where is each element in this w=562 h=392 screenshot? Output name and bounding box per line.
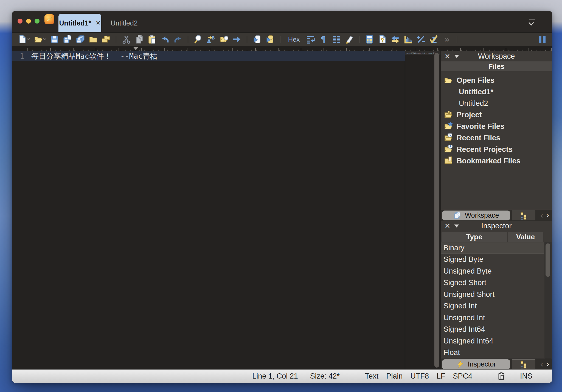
inspector-row-binary[interactable]: Binary (441, 242, 544, 254)
zoom-window-button[interactable] (35, 19, 40, 24)
replace-button[interactable] (206, 34, 217, 45)
calculator-button[interactable] (364, 34, 375, 45)
insert-mode[interactable]: INS (520, 372, 532, 380)
redo-button[interactable] (172, 34, 183, 45)
workspace-menu-caret-icon[interactable] (454, 55, 459, 58)
goto-button[interactable] (231, 34, 242, 45)
tree-item-untitled1[interactable]: Untitled1* (441, 86, 552, 98)
copy-button[interactable] (134, 34, 145, 45)
clipboard-status-icon[interactable] (498, 372, 506, 381)
encoding[interactable]: UTF8 (410, 372, 429, 380)
status-bar: Line 1, Col 21 Size: 42* Text Plain UTF8… (12, 370, 552, 383)
syntax-mode[interactable]: Plain (386, 372, 403, 380)
tree-item-open-files[interactable]: Open Files (441, 75, 552, 86)
workspace-panel: Workspace ✕ Files Open Files Untitled1* (441, 51, 552, 221)
inspector-row-unsigned-short[interactable]: Unsigned Short (441, 289, 544, 300)
file-size[interactable]: Size: 42* (310, 372, 340, 380)
document-map[interactable]: 每日分享精品Mac软件！ --Mac青桔 (405, 51, 440, 370)
inspector-scrollbar-thumb[interactable] (546, 243, 550, 277)
undo-button[interactable] (159, 34, 170, 45)
workspace-close-icon[interactable]: ✕ (445, 53, 450, 60)
sum-selection-button[interactable] (428, 34, 439, 45)
prev-tab-icon[interactable]: ‹ (540, 359, 543, 369)
layout-blocks-tab[interactable] (512, 359, 535, 369)
close-file-button[interactable] (88, 34, 99, 45)
tab-list-dropdown-icon[interactable] (529, 19, 536, 25)
layout-blocks-tab[interactable] (512, 211, 535, 220)
new-file-button[interactable] (16, 34, 31, 45)
editor-scrollbar-thumb[interactable] (434, 53, 439, 368)
play-macro-button[interactable] (252, 34, 263, 45)
word-wrap-button[interactable] (305, 34, 316, 45)
inspector-tab[interactable]: Inspector (442, 359, 510, 369)
workspace-tab[interactable]: Workspace (442, 211, 510, 220)
toolbar-overflow-button[interactable]: » (441, 34, 452, 45)
inspector-row-signed-int[interactable]: Signed Int (441, 300, 544, 312)
close-all-files-button[interactable] (100, 34, 111, 45)
paste-button[interactable] (147, 34, 158, 45)
file-type[interactable]: Text (365, 372, 379, 380)
inspector-close-icon[interactable]: ✕ (445, 223, 450, 229)
inspector-row-unsigned-byte[interactable]: Unsigned Byte (441, 265, 544, 277)
toolbar-separator (247, 36, 247, 43)
line-text: 每日分享精品Mac软件！ --Mac青桔 (27, 51, 158, 61)
highlight-button[interactable] (344, 34, 355, 45)
tab-untitled2[interactable]: Untitled2 (101, 14, 147, 32)
inspector-row-signed-byte[interactable]: Signed Byte (441, 254, 544, 266)
find-in-files-button[interactable] (218, 34, 229, 45)
next-tab-icon[interactable]: › (546, 211, 549, 220)
pause-button[interactable] (537, 34, 548, 45)
inspector-row-signed-int64[interactable]: Signed Int64 (441, 324, 544, 336)
new-file-dropdown-icon[interactable] (27, 37, 30, 40)
inspector-row-unsigned-int64[interactable]: Unsigned Int64 (441, 335, 544, 347)
compare-files-button[interactable] (390, 34, 401, 45)
column-header-value[interactable]: Value (508, 232, 543, 242)
inspector-row-unsigned-int[interactable]: Unsigned Int (441, 312, 544, 324)
minimize-window-button[interactable] (26, 19, 31, 24)
text-editor[interactable]: 1 每日分享精品Mac软件！ --Mac青桔 (12, 51, 405, 370)
tree-item-recent-files[interactable]: Recent Files (441, 132, 552, 144)
project-folder-icon (444, 110, 453, 119)
tree-item-recent-projects[interactable]: Recent Projects (441, 144, 552, 155)
blocks-icon (520, 212, 527, 220)
open-file-button[interactable] (33, 34, 47, 45)
show-paragraph-marks-button[interactable]: ¶ (318, 34, 329, 45)
save-all-button[interactable] (75, 34, 86, 45)
column-mode-button[interactable] (331, 34, 342, 45)
tab-close-icon[interactable]: ✕ (95, 19, 100, 27)
inspector-scrollbar[interactable] (544, 242, 552, 359)
prev-tab-icon[interactable]: ‹ (540, 211, 543, 220)
play-script-button[interactable] (265, 34, 276, 45)
tree-item-bookmarked-files[interactable]: Bookmarked Files (441, 155, 552, 167)
hex-mode-button[interactable]: Hex (285, 34, 303, 45)
file-info-button[interactable] (377, 34, 388, 45)
next-tab-icon[interactable]: › (546, 359, 549, 369)
tree-item-favorite-files[interactable]: Favorite Files (441, 121, 552, 132)
folder-open-icon (444, 76, 453, 85)
workspace-tabbar: Workspace ‹ › (441, 210, 552, 221)
cut-button[interactable] (121, 34, 132, 45)
close-window-button[interactable] (18, 19, 23, 24)
tab-spacing[interactable]: SPC4 (453, 372, 472, 380)
cursor-position[interactable]: Line 1, Col 21 (252, 372, 298, 380)
inspector-header: Inspector ✕ (441, 221, 552, 231)
number-converter-button[interactable] (415, 34, 426, 45)
inspector-rows: Binary Signed Byte Unsigned Byte Signed … (441, 242, 552, 359)
save-as-button[interactable] (62, 34, 73, 45)
editor-current-line[interactable]: 1 每日分享精品Mac软件！ --Mac青桔 (12, 51, 405, 61)
tree-item-project[interactable]: Project (441, 109, 552, 121)
save-button[interactable] (49, 34, 60, 45)
tree-item-untitled2[interactable]: Untitled2 (441, 98, 552, 109)
toolbar-separator (359, 36, 359, 43)
inspector-row-signed-short[interactable]: Signed Short (441, 277, 544, 289)
line-ending[interactable]: LF (437, 372, 445, 380)
inspector-row-float[interactable]: Float (441, 347, 544, 359)
column-header-type[interactable]: Type (442, 232, 507, 242)
character-distribution-button[interactable] (403, 34, 414, 45)
column-ruler (12, 46, 552, 51)
find-button[interactable] (193, 34, 204, 45)
open-file-dropdown-icon[interactable] (43, 37, 46, 40)
tab-untitled1[interactable]: Untitled1* ✕ (58, 14, 101, 32)
inspector-menu-caret-icon[interactable] (454, 225, 459, 228)
overflow-icon: » (445, 35, 449, 44)
